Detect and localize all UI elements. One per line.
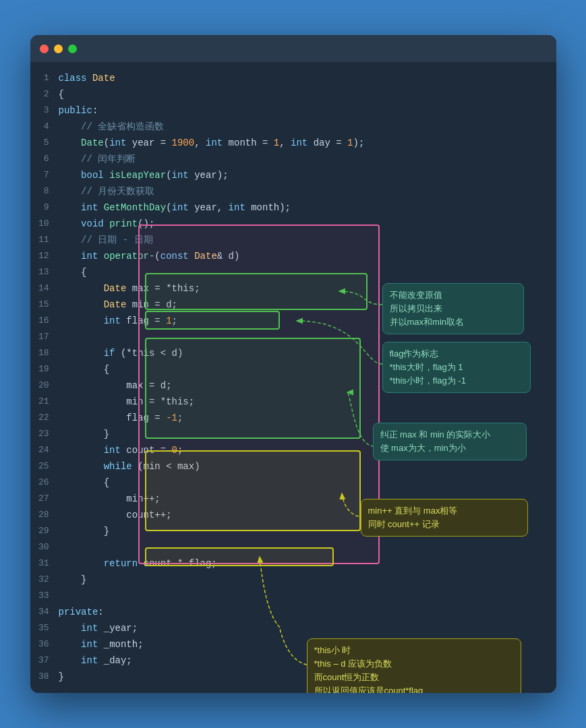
line-number-33: 33 <box>30 588 59 604</box>
line-number-17: 17 <box>30 329 59 345</box>
code-line-5: 5 Date(int year = 1900, int month = 1, i… <box>30 135 556 151</box>
annotation-return-note: *this小 时*this – d 应该为负数而count恒为正数所以返回值应该… <box>307 638 521 693</box>
code-line-33: 33 <box>30 588 556 604</box>
line-number-21: 21 <box>30 394 59 410</box>
maximize-button[interactable] <box>68 44 77 53</box>
code-editor: 1class Date2{3public:4 // 全缺省构造函数5 Date(… <box>30 62 556 693</box>
line-number-1: 1 <box>30 70 59 86</box>
line-number-12: 12 <box>30 248 59 264</box>
line-code-8: // 月份天数获取 <box>59 183 556 200</box>
line-number-13: 13 <box>30 264 59 280</box>
code-line-11: 11 // 日期 - 日期 <box>30 232 556 248</box>
titlebar <box>30 35 556 62</box>
line-number-26: 26 <box>30 475 59 491</box>
line-number-38: 38 <box>30 669 59 685</box>
annotation-max-min-note: 纠正 max 和 min 的实际大小使 max为大，min为小 <box>373 423 527 460</box>
line-code-32: } <box>59 572 556 588</box>
line-number-36: 36 <box>30 636 59 653</box>
code-line-30: 30 <box>30 539 556 555</box>
line-code-6: // 闰年判断 <box>59 151 556 167</box>
line-code-21: min = *this; <box>59 394 556 410</box>
code-line-1: 1class Date <box>30 70 556 86</box>
code-line-9: 9 int GetMonthDay(int year, int month); <box>30 200 556 216</box>
line-code-13: { <box>59 264 556 280</box>
code-line-10: 10 void print(); <box>30 216 556 232</box>
line-code-2: { <box>59 86 556 102</box>
line-code-11: // 日期 - 日期 <box>59 232 556 248</box>
code-line-3: 3public: <box>30 102 556 119</box>
line-code-10: void print(); <box>59 216 556 232</box>
line-code-35: int _year; <box>59 620 556 636</box>
line-number-9: 9 <box>30 200 59 216</box>
line-code-12: int operator-(const Date& d) <box>59 248 556 264</box>
line-number-4: 4 <box>30 119 59 135</box>
line-number-35: 35 <box>30 620 59 636</box>
line-number-23: 23 <box>30 426 59 442</box>
line-number-22: 22 <box>30 410 59 426</box>
line-code-26: { <box>59 475 556 491</box>
close-button[interactable] <box>40 44 49 53</box>
line-number-29: 29 <box>30 523 59 539</box>
code-line-34: 34private: <box>30 604 556 620</box>
code-line-4: 4 // 全缺省构造函数 <box>30 119 556 135</box>
line-number-3: 3 <box>30 102 59 119</box>
minimize-button[interactable] <box>54 44 63 53</box>
line-code-9: int GetMonthDay(int year, int month); <box>59 200 556 216</box>
annotation-while-note: min++ 直到与 max相等同时 count++ 记录 <box>361 499 528 537</box>
code-line-13: 13 { <box>30 264 556 280</box>
line-number-7: 7 <box>30 167 59 183</box>
line-number-5: 5 <box>30 135 59 151</box>
line-number-28: 28 <box>30 507 59 523</box>
line-number-34: 34 <box>30 604 59 620</box>
line-number-18: 18 <box>30 345 59 361</box>
code-line-12: 12 int operator-(const Date& d) <box>30 248 556 264</box>
code-line-7: 7 bool isLeapYear(int year); <box>30 167 556 183</box>
line-number-16: 16 <box>30 313 59 329</box>
line-number-14: 14 <box>30 280 59 297</box>
main-window: 1class Date2{3public:4 // 全缺省构造函数5 Date(… <box>30 35 556 693</box>
line-number-11: 11 <box>30 232 59 248</box>
code-line-8: 8 // 月份天数获取 <box>30 183 556 200</box>
line-code-25: while (min < max) <box>59 458 556 475</box>
line-number-24: 24 <box>30 442 59 458</box>
line-number-31: 31 <box>30 555 59 572</box>
line-number-15: 15 <box>30 297 59 313</box>
line-code-34: private: <box>59 604 556 620</box>
code-line-25: 25 while (min < max) <box>30 458 556 475</box>
line-number-2: 2 <box>30 86 59 102</box>
code-line-6: 6 // 闰年判断 <box>30 151 556 167</box>
line-code-31: return count * flag; <box>59 555 556 572</box>
line-code-4: // 全缺省构造函数 <box>59 119 556 135</box>
code-line-2: 2{ <box>30 86 556 102</box>
line-number-19: 19 <box>30 361 59 377</box>
code-line-26: 26 { <box>30 475 556 491</box>
code-line-21: 21 min = *this; <box>30 394 556 410</box>
line-number-25: 25 <box>30 458 59 475</box>
line-code-3: public: <box>59 102 556 119</box>
code-line-31: 31 return count * flag; <box>30 555 556 572</box>
annotation-copy-note: 不能改变原值所以拷贝出来并以max和min取名 <box>382 283 524 334</box>
line-number-32: 32 <box>30 572 59 588</box>
code-line-35: 35 int _year; <box>30 620 556 636</box>
line-code-7: bool isLeapYear(int year); <box>59 167 556 183</box>
line-number-10: 10 <box>30 216 59 232</box>
code-line-32: 32 } <box>30 572 556 588</box>
annotation-flag-note: flag作为标志*this大时，flag为 1*this小时，flag为 -1 <box>382 342 531 393</box>
line-number-30: 30 <box>30 539 59 555</box>
line-number-6: 6 <box>30 151 59 167</box>
line-number-37: 37 <box>30 653 59 669</box>
line-code-1: class Date <box>59 70 556 86</box>
line-number-8: 8 <box>30 183 59 200</box>
line-number-20: 20 <box>30 377 59 394</box>
line-number-27: 27 <box>30 491 59 507</box>
line-code-5: Date(int year = 1900, int month = 1, int… <box>59 135 556 151</box>
